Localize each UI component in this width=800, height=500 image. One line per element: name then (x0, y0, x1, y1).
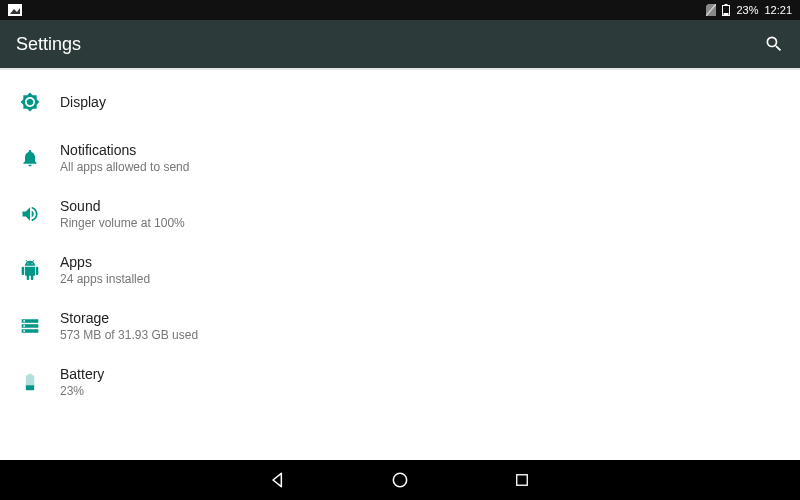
back-button[interactable] (267, 469, 289, 491)
apps-icon (20, 260, 40, 280)
settings-item-apps[interactable]: Apps 24 apps installed (0, 242, 800, 298)
settings-item-sub: Ringer volume at 100% (60, 216, 185, 230)
svg-point-6 (393, 473, 406, 486)
settings-item-label: Display (60, 94, 106, 110)
recents-button[interactable] (511, 469, 533, 491)
app-bar: Settings (0, 20, 800, 68)
settings-item-display[interactable]: Display (0, 74, 800, 130)
settings-item-label: Storage (60, 310, 198, 326)
settings-list: Display Notifications All apps allowed t… (0, 70, 800, 414)
navigation-bar (0, 460, 800, 500)
settings-item-sub: 24 apps installed (60, 272, 150, 286)
settings-item-storage[interactable]: Storage 573 MB of 31.93 GB used (0, 298, 800, 354)
display-icon (20, 92, 40, 112)
battery-percent: 23% (736, 4, 758, 16)
settings-item-label: Apps (60, 254, 150, 270)
battery-item-icon (20, 372, 40, 392)
sound-icon (20, 204, 40, 224)
no-sim-icon (706, 4, 716, 16)
home-button[interactable] (389, 469, 411, 491)
status-bar: 23% 12:21 (0, 0, 800, 20)
storage-icon (20, 316, 40, 336)
settings-item-sub: 573 MB of 31.93 GB used (60, 328, 198, 342)
battery-icon (722, 4, 730, 16)
settings-item-sub: All apps allowed to send (60, 160, 189, 174)
settings-item-label: Battery (60, 366, 104, 382)
search-icon[interactable] (764, 34, 784, 54)
image-icon (8, 4, 22, 16)
notifications-icon (20, 148, 40, 168)
settings-item-notifications[interactable]: Notifications All apps allowed to send (0, 130, 800, 186)
settings-item-label: Sound (60, 198, 185, 214)
svg-rect-5 (724, 13, 729, 15)
clock: 12:21 (764, 4, 792, 16)
settings-item-sound[interactable]: Sound Ringer volume at 100% (0, 186, 800, 242)
settings-item-sub: 23% (60, 384, 104, 398)
settings-item-label: Notifications (60, 142, 189, 158)
svg-rect-7 (517, 475, 528, 486)
page-title: Settings (16, 34, 81, 55)
settings-item-battery[interactable]: Battery 23% (0, 354, 800, 410)
